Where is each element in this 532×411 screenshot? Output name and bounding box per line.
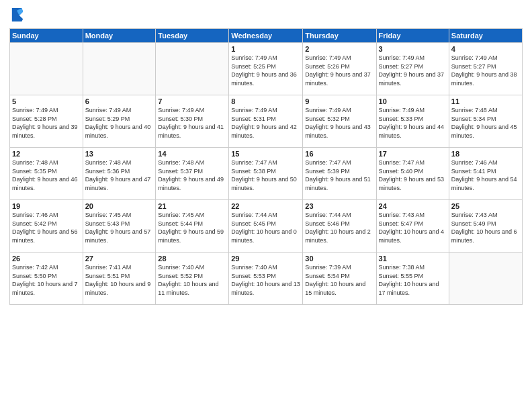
day-number: 9 — [305, 97, 373, 105]
calendar-cell: 4Sunrise: 7:49 AM Sunset: 5:27 PM Daylig… — [449, 43, 522, 95]
weekday-header-friday: Friday — [376, 29, 449, 43]
calendar-week-1: 5Sunrise: 7:49 AM Sunset: 5:28 PM Daylig… — [10, 95, 523, 148]
day-number: 29 — [231, 255, 300, 263]
calendar-week-3: 19Sunrise: 7:46 AM Sunset: 5:42 PM Dayli… — [10, 200, 523, 253]
calendar-cell: 26Sunrise: 7:42 AM Sunset: 5:50 PM Dayli… — [10, 253, 83, 305]
calendar-cell: 12Sunrise: 7:48 AM Sunset: 5:35 PM Dayli… — [10, 148, 83, 200]
weekday-header-sunday: Sunday — [10, 29, 83, 43]
calendar-cell: 1Sunrise: 7:49 AM Sunset: 5:25 PM Daylig… — [229, 43, 303, 95]
calendar-cell: 31Sunrise: 7:38 AM Sunset: 5:55 PM Dayli… — [376, 253, 449, 305]
calendar-cell: 17Sunrise: 7:47 AM Sunset: 5:40 PM Dayli… — [376, 148, 449, 200]
calendar-cell: 18Sunrise: 7:46 AM Sunset: 5:41 PM Dayli… — [449, 148, 522, 200]
calendar-table: SundayMondayTuesdayWednesdayThursdayFrid… — [9, 28, 523, 305]
calendar-cell: 23Sunrise: 7:44 AM Sunset: 5:46 PM Dayli… — [303, 200, 376, 253]
day-number: 21 — [158, 202, 226, 210]
day-info: Sunrise: 7:44 AM Sunset: 5:45 PM Dayligh… — [231, 211, 300, 244]
day-number: 14 — [158, 150, 226, 158]
day-info: Sunrise: 7:49 AM Sunset: 5:29 PM Dayligh… — [85, 106, 154, 140]
calendar-cell: 11Sunrise: 7:48 AM Sunset: 5:34 PM Dayli… — [449, 95, 522, 148]
day-number: 22 — [231, 202, 300, 210]
day-number: 6 — [85, 97, 154, 105]
day-info: Sunrise: 7:46 AM Sunset: 5:42 PM Dayligh… — [12, 211, 81, 244]
day-number: 31 — [379, 255, 447, 263]
day-number: 3 — [379, 45, 447, 53]
day-info: Sunrise: 7:49 AM Sunset: 5:27 PM Dayligh… — [451, 54, 520, 87]
calendar-cell: 27Sunrise: 7:41 AM Sunset: 5:51 PM Dayli… — [83, 253, 156, 305]
day-number: 25 — [451, 202, 520, 210]
day-number: 13 — [85, 150, 154, 158]
day-info: Sunrise: 7:49 AM Sunset: 5:27 PM Dayligh… — [379, 54, 447, 87]
calendar-cell: 19Sunrise: 7:46 AM Sunset: 5:42 PM Dayli… — [10, 200, 83, 253]
logo — [9, 7, 24, 23]
calendar-cell: 30Sunrise: 7:39 AM Sunset: 5:54 PM Dayli… — [303, 253, 376, 305]
calendar-cell: 22Sunrise: 7:44 AM Sunset: 5:45 PM Dayli… — [229, 200, 303, 253]
calendar-cell: 3Sunrise: 7:49 AM Sunset: 5:27 PM Daylig… — [376, 43, 449, 95]
day-number: 5 — [12, 97, 81, 105]
day-info: Sunrise: 7:48 AM Sunset: 5:35 PM Dayligh… — [12, 158, 81, 192]
day-info: Sunrise: 7:48 AM Sunset: 5:36 PM Dayligh… — [85, 158, 154, 192]
day-info: Sunrise: 7:41 AM Sunset: 5:51 PM Dayligh… — [85, 263, 154, 297]
day-number: 17 — [379, 150, 447, 158]
day-info: Sunrise: 7:42 AM Sunset: 5:50 PM Dayligh… — [12, 263, 81, 297]
day-number: 10 — [379, 97, 447, 105]
day-number: 24 — [379, 202, 447, 210]
day-info: Sunrise: 7:45 AM Sunset: 5:44 PM Dayligh… — [158, 211, 226, 244]
day-number: 27 — [85, 255, 154, 263]
calendar-cell: 15Sunrise: 7:47 AM Sunset: 5:38 PM Dayli… — [229, 148, 303, 200]
day-number: 2 — [305, 45, 373, 53]
day-info: Sunrise: 7:49 AM Sunset: 5:30 PM Dayligh… — [158, 106, 226, 140]
calendar-week-4: 26Sunrise: 7:42 AM Sunset: 5:50 PM Dayli… — [10, 253, 523, 305]
calendar-cell: 6Sunrise: 7:49 AM Sunset: 5:29 PM Daylig… — [83, 95, 156, 148]
day-info: Sunrise: 7:44 AM Sunset: 5:46 PM Dayligh… — [305, 211, 373, 244]
calendar-week-0: 1Sunrise: 7:49 AM Sunset: 5:25 PM Daylig… — [10, 43, 523, 95]
header — [9, 7, 523, 23]
calendar-cell: 9Sunrise: 7:49 AM Sunset: 5:32 PM Daylig… — [303, 95, 376, 148]
day-number: 12 — [12, 150, 81, 158]
day-number: 1 — [231, 45, 300, 53]
calendar-cell: 21Sunrise: 7:45 AM Sunset: 5:44 PM Dayli… — [156, 200, 229, 253]
day-info: Sunrise: 7:43 AM Sunset: 5:49 PM Dayligh… — [451, 211, 520, 244]
weekday-header-wednesday: Wednesday — [229, 29, 303, 43]
calendar-cell — [156, 43, 229, 95]
day-info: Sunrise: 7:45 AM Sunset: 5:43 PM Dayligh… — [85, 211, 154, 244]
day-number: 16 — [305, 150, 373, 158]
day-number: 8 — [231, 97, 300, 105]
page-container: SundayMondayTuesdayWednesdayThursdayFrid… — [0, 0, 532, 411]
calendar-cell: 13Sunrise: 7:48 AM Sunset: 5:36 PM Dayli… — [83, 148, 156, 200]
day-info: Sunrise: 7:40 AM Sunset: 5:53 PM Dayligh… — [231, 263, 300, 297]
day-info: Sunrise: 7:49 AM Sunset: 5:25 PM Dayligh… — [231, 54, 300, 87]
day-info: Sunrise: 7:47 AM Sunset: 5:40 PM Dayligh… — [379, 158, 447, 192]
calendar-cell — [449, 253, 522, 305]
weekday-header-thursday: Thursday — [303, 29, 376, 43]
day-number: 7 — [158, 97, 226, 105]
day-info: Sunrise: 7:49 AM Sunset: 5:26 PM Dayligh… — [305, 54, 373, 87]
day-info: Sunrise: 7:48 AM Sunset: 5:34 PM Dayligh… — [451, 106, 520, 140]
day-info: Sunrise: 7:43 AM Sunset: 5:47 PM Dayligh… — [379, 211, 447, 244]
day-info: Sunrise: 7:39 AM Sunset: 5:54 PM Dayligh… — [305, 263, 373, 297]
calendar-cell: 7Sunrise: 7:49 AM Sunset: 5:30 PM Daylig… — [156, 95, 229, 148]
day-number: 30 — [305, 255, 373, 263]
day-number: 15 — [231, 150, 300, 158]
day-number: 28 — [158, 255, 226, 263]
weekday-header-tuesday: Tuesday — [156, 29, 229, 43]
logo-icon — [11, 7, 24, 23]
day-info: Sunrise: 7:49 AM Sunset: 5:31 PM Dayligh… — [231, 106, 300, 140]
day-info: Sunrise: 7:49 AM Sunset: 5:28 PM Dayligh… — [12, 106, 81, 140]
calendar-cell: 14Sunrise: 7:48 AM Sunset: 5:37 PM Dayli… — [156, 148, 229, 200]
day-number: 18 — [451, 150, 520, 158]
calendar-cell: 29Sunrise: 7:40 AM Sunset: 5:53 PM Dayli… — [229, 253, 303, 305]
calendar-cell: 16Sunrise: 7:47 AM Sunset: 5:39 PM Dayli… — [303, 148, 376, 200]
calendar-cell: 10Sunrise: 7:49 AM Sunset: 5:33 PM Dayli… — [376, 95, 449, 148]
day-info: Sunrise: 7:48 AM Sunset: 5:37 PM Dayligh… — [158, 158, 226, 192]
calendar-cell — [10, 43, 83, 95]
calendar-cell: 5Sunrise: 7:49 AM Sunset: 5:28 PM Daylig… — [10, 95, 83, 148]
calendar-cell: 28Sunrise: 7:40 AM Sunset: 5:52 PM Dayli… — [156, 253, 229, 305]
day-info: Sunrise: 7:49 AM Sunset: 5:32 PM Dayligh… — [305, 106, 373, 140]
day-number: 26 — [12, 255, 81, 263]
calendar-cell — [83, 43, 156, 95]
day-number: 20 — [85, 202, 154, 210]
calendar-cell: 20Sunrise: 7:45 AM Sunset: 5:43 PM Dayli… — [83, 200, 156, 253]
calendar-cell: 2Sunrise: 7:49 AM Sunset: 5:26 PM Daylig… — [303, 43, 376, 95]
day-number: 4 — [451, 45, 520, 53]
calendar-week-2: 12Sunrise: 7:48 AM Sunset: 5:35 PM Dayli… — [10, 148, 523, 200]
